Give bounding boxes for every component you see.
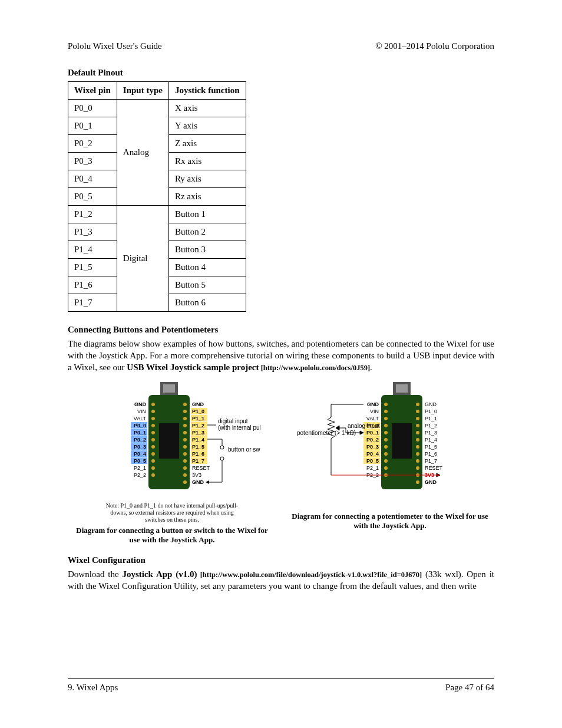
svg-point-17 <box>183 417 187 420</box>
th-pin: Wixel pin <box>68 82 117 100</box>
svg-point-97 <box>416 452 419 456</box>
svg-point-21 <box>183 445 187 449</box>
table-row: P0_0AnalogX axis <box>68 100 246 117</box>
svg-text:P0_3: P0_3 <box>366 444 379 450</box>
paragraph-download: Download the Joystick App (v1.0) [http:/… <box>68 569 494 592</box>
svg-point-85 <box>384 445 388 449</box>
svg-point-16 <box>183 410 187 413</box>
svg-point-18 <box>183 424 187 427</box>
figure-pot-diagram: GND VIN VALT P0_0 P0_1 P0_2 P0_3 P0_4 P0… <box>290 382 490 545</box>
figure-button-diagram: GND VIN VALT P0_0 P0_1 P0_2 P0_3 P0_4 P0… <box>72 382 272 545</box>
svg-text:button or switch: button or switch <box>228 446 260 453</box>
th-type: Input type <box>117 82 168 100</box>
svg-point-83 <box>384 431 388 434</box>
svg-text:P0_4: P0_4 <box>366 451 379 457</box>
svg-point-20 <box>183 438 187 442</box>
svg-point-99 <box>416 466 419 470</box>
heading-connecting: Connecting Buttons and Potentiometers <box>68 325 494 335</box>
svg-point-94 <box>416 431 419 434</box>
svg-point-87 <box>384 459 388 463</box>
svg-text:P0_1: P0_1 <box>134 430 146 436</box>
svg-text:P1_2: P1_2 <box>425 423 437 429</box>
header-left: Pololu Wixel User's Guide <box>68 41 162 51</box>
svg-point-24 <box>183 466 187 470</box>
link-joystick-app[interactable]: Joystick App (v1.0) <box>122 569 197 579</box>
page-footer: 9. Wixel Apps Page 47 of 64 <box>68 678 494 693</box>
svg-text:P1_3: P1_3 <box>192 430 204 436</box>
svg-text:P1_0: P1_0 <box>425 409 437 414</box>
svg-point-90 <box>416 403 419 406</box>
svg-point-84 <box>384 438 388 442</box>
svg-text:P1_7: P1_7 <box>425 458 437 464</box>
svg-text:P0_3: P0_3 <box>134 444 146 450</box>
heading-default-pinout: Default Pinout <box>68 68 494 78</box>
page-header: Pololu Wixel User's Guide © 2001–2014 Po… <box>68 41 494 51</box>
svg-point-15 <box>183 403 187 406</box>
svg-point-11 <box>151 452 155 456</box>
footer-section: 9. Wixel Apps <box>68 683 118 693</box>
svg-text:P0_0: P0_0 <box>134 423 146 429</box>
svg-marker-140 <box>437 473 440 477</box>
link-sample-project[interactable]: USB Wixel Joystick sample project <box>127 363 259 372</box>
svg-point-13 <box>151 466 155 470</box>
svg-text:P0_4: P0_4 <box>134 451 146 457</box>
svg-text:RESET: RESET <box>425 465 443 471</box>
svg-text:VIN: VIN <box>370 409 379 414</box>
table-row: P1_2DigitalButton 1 <box>68 206 246 223</box>
diagram-potentiometer-icon: GND VIN VALT P0_0 P0_1 P0_2 P0_3 P0_4 P0… <box>296 382 484 500</box>
svg-text:P2_1: P2_1 <box>134 465 146 471</box>
svg-text:RESET: RESET <box>192 465 210 471</box>
svg-point-80 <box>384 410 388 413</box>
svg-rect-76 <box>396 384 408 393</box>
svg-point-25 <box>183 473 187 477</box>
svg-point-98 <box>416 459 419 463</box>
svg-text:P1_5: P1_5 <box>192 444 204 450</box>
svg-point-6 <box>151 417 155 420</box>
svg-text:VALT: VALT <box>134 416 147 421</box>
page: Pololu Wixel User's Guide © 2001–2014 Po… <box>0 0 562 728</box>
svg-text:analog input: analog input <box>348 423 380 429</box>
svg-point-23 <box>183 459 187 463</box>
svg-text:P1_7: P1_7 <box>192 458 204 464</box>
svg-point-101 <box>416 480 419 484</box>
figure1-caption: Diagram for connecting a button or switc… <box>72 526 272 545</box>
svg-point-22 <box>183 452 187 456</box>
diagram-button-icon: GND VIN VALT P0_0 P0_1 P0_2 P0_3 P0_4 P0… <box>84 382 260 500</box>
figures-row: GND VIN VALT P0_0 P0_1 P0_2 P0_3 P0_4 P0… <box>68 382 494 545</box>
svg-point-93 <box>416 424 419 427</box>
svg-point-88 <box>384 466 388 470</box>
svg-text:P0_2: P0_2 <box>134 437 146 443</box>
svg-point-70 <box>220 457 224 460</box>
svg-point-26 <box>183 480 187 484</box>
header-right: © 2001–2014 Pololu Corporation <box>375 41 494 51</box>
svg-point-19 <box>183 431 187 434</box>
svg-point-92 <box>416 417 419 420</box>
svg-text:P1_3: P1_3 <box>425 430 437 436</box>
svg-text:P1_5: P1_5 <box>425 444 437 450</box>
svg-text:P0_1: P0_1 <box>366 430 379 436</box>
svg-text:P1_1: P1_1 <box>425 416 437 421</box>
svg-text:P0_2: P0_2 <box>366 437 379 443</box>
svg-point-82 <box>384 424 388 427</box>
svg-text:P1_6: P1_6 <box>425 451 437 457</box>
svg-rect-3 <box>159 423 179 459</box>
svg-point-7 <box>151 424 155 427</box>
svg-point-79 <box>384 403 388 406</box>
figure1-note: Note: P1_0 and P1_1 do not have internal… <box>101 502 243 523</box>
svg-text:P1_6: P1_6 <box>192 451 204 457</box>
svg-text:P1_4: P1_4 <box>192 437 204 443</box>
svg-text:P2_2: P2_2 <box>134 472 146 478</box>
svg-text:VALT: VALT <box>366 416 379 421</box>
svg-text:digital input: digital input <box>218 418 248 424</box>
svg-text:GND: GND <box>425 479 437 485</box>
svg-text:P1_0: P1_0 <box>192 409 204 414</box>
svg-point-14 <box>151 473 155 477</box>
table-header-row: Wixel pin Input type Joystick function <box>68 82 246 100</box>
svg-text:GND: GND <box>192 479 204 485</box>
svg-point-12 <box>151 459 155 463</box>
svg-point-4 <box>151 403 155 406</box>
svg-point-69 <box>220 446 224 449</box>
svg-marker-138 <box>360 431 363 434</box>
svg-text:P2_1: P2_1 <box>366 465 379 471</box>
svg-text:3V3: 3V3 <box>192 472 201 478</box>
